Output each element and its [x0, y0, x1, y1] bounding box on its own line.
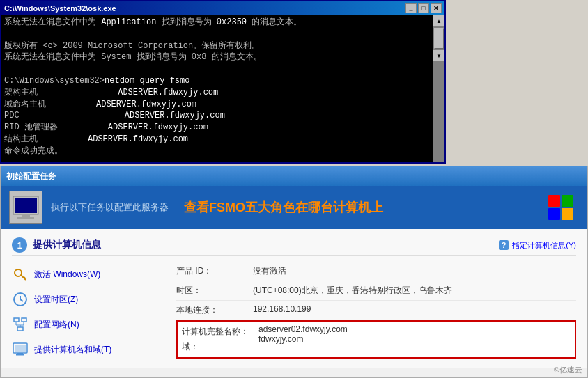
network-item[interactable]: 配置网络(N) [12, 312, 151, 337]
timezone-info-value: (UTC+08:00)北京，重庆，香港特别行政区，乌鲁木齐 [253, 285, 452, 297]
config-items-container: 激活 Windows(W) 设置时区(Z) [12, 262, 576, 362]
svg-rect-3 [17, 217, 34, 219]
cmd-line-9: PDC ADSERVER.fdwxyjy.com [4, 110, 442, 122]
config-header-icon [9, 191, 42, 224]
watermark: ©亿速云 [554, 365, 582, 375]
cmd-line-5 [4, 63, 442, 75]
scroll-thumb[interactable] [434, 28, 444, 49]
section-action-link[interactable]: ? 指定计算机信息(Y) [498, 239, 576, 251]
network-label: 配置网络(N) [34, 319, 79, 331]
cmd-line-7: 架构主机 ADSERVER.fdwxyjy.com [4, 87, 442, 99]
clock-icon [12, 291, 29, 308]
config-body: 1 提供计算机信息 ? 指定计算机信息(Y) [1, 229, 587, 368]
svg-line-11 [20, 299, 23, 301]
cmd-scrollbar[interactable]: ▲ ▼ [433, 15, 444, 162]
svg-rect-21 [17, 353, 23, 354]
timezone-label: 设置时区(Z) [34, 294, 78, 306]
scroll-up-button[interactable]: ▲ [433, 15, 444, 26]
computer-domain-values: adserver02.fdwxyjy.com fdwxyjy.com [258, 324, 348, 344]
cmd-line-10: RID 池管理器 ADSERVER.fdwxyjy.com [4, 122, 442, 134]
svg-text:?: ? [502, 241, 506, 249]
computer-name-label: 提供计算机名和域(T) [34, 344, 111, 356]
section-number: 1 [12, 237, 27, 253]
windows-logo [548, 195, 573, 220]
local-connection-label: 本地连接： [176, 304, 253, 316]
svg-rect-22 [16, 354, 24, 356]
cmd-line-4: 系统无法在消息文件中为 System 找到消息号为 0x8 的消息文本。 [4, 52, 442, 63]
cmd-line-6: C:\Windows\system32>netdom query fsmo [4, 75, 442, 87]
computer-domain-row: 计算机完整名称：域： adserver02.fdwxyjy.com fdwxyj… [176, 320, 576, 359]
computer-name-item[interactable]: 提供计算机名和域(T) [12, 337, 151, 362]
config-section-title: 1 提供计算机信息 ? 指定计算机信息(Y) [12, 235, 576, 256]
section-title-left: 1 提供计算机信息 [12, 237, 101, 253]
config-items-right: 产品 ID： 没有激活 时区： (UTC+08:00)北京，重庆，香港特别行政区… [162, 262, 576, 362]
timezone-row: 时区： (UTC+08:00)北京，重庆，香港特别行政区，乌鲁木齐 [176, 281, 576, 301]
timezone-item[interactable]: 设置时区(Z) [12, 287, 151, 312]
activate-windows-label: 激活 Windows(W) [34, 269, 100, 281]
cmd-window: C:\Windows\System32\osk.exe _ □ ✕ 系统无法在消… [0, 0, 446, 164]
scroll-down-button[interactable]: ▼ [433, 50, 444, 61]
config-header-description: 执行以下任务以配置此服务器 [51, 201, 169, 214]
cmd-title: C:\Windows\System32\osk.exe [4, 4, 116, 13]
cmd-line-11: 结构主机 ADSERVER.fdwxyjy.com [4, 134, 442, 145]
svg-rect-20 [15, 345, 26, 352]
local-connection-value: 192.168.10.199 [253, 304, 311, 314]
computer-icon [12, 341, 29, 358]
config-header: 执行以下任务以配置此服务器 查看FSMO五大角色在哪台计算机上 [1, 186, 587, 229]
info-icon: ? [498, 239, 509, 251]
svg-rect-1 [15, 198, 37, 213]
svg-rect-2 [22, 214, 30, 217]
computer-fullname-value: adserver02.fdwxyjy.com [258, 324, 348, 334]
config-titlebar: 初始配置任务 [1, 166, 587, 186]
action-label: 指定计算机信息(Y) [512, 240, 576, 251]
cmd-titlebar: C:\Windows\System32\osk.exe _ □ ✕ [1, 1, 444, 15]
local-connection-row: 本地连接： 192.168.10.199 [176, 301, 576, 320]
config-window: 初始配置任务 执行以下任务以配置此服务器 查看FSMO五大角色在哪台计算机上 [0, 166, 588, 378]
config-title: 初始配置任务 [6, 171, 56, 182]
cmd-content: 系统无法在消息文件中为 Application 找到消息号为 0x2350 的消… [1, 15, 444, 162]
cmd-line-12: 命令成功完成。 [4, 145, 442, 157]
key-icon [12, 266, 29, 283]
cmd-line-2 [4, 29, 442, 40]
svg-rect-12 [14, 318, 19, 322]
cmd-line-3: 版权所有 <c> 2009 Microsoft Corporation。保留所有… [4, 40, 442, 52]
maximize-button[interactable]: □ [418, 3, 429, 13]
product-id-value: 没有激活 [253, 265, 286, 277]
svg-rect-13 [22, 318, 26, 322]
section-label: 提供计算机信息 [33, 239, 101, 251]
product-id-label: 产品 ID： [176, 265, 253, 277]
minimize-button[interactable]: _ [405, 3, 417, 13]
config-header-highlight: 查看FSMO五大角色在哪台计算机上 [184, 199, 383, 216]
activate-windows-item[interactable]: 激活 Windows(W) [12, 262, 151, 287]
close-button[interactable]: ✕ [431, 3, 442, 13]
network-icon [12, 316, 29, 333]
computer-domain-label: 计算机完整名称：域： [182, 324, 258, 354]
svg-rect-14 [17, 327, 23, 331]
cmd-controls[interactable]: _ □ ✕ [405, 3, 442, 13]
domain-value: fdwxyjy.com [258, 334, 348, 344]
product-id-row: 产品 ID： 没有激活 [176, 262, 576, 281]
cmd-line-1: 系统无法在消息文件中为 Application 找到消息号为 0x2350 的消… [4, 17, 442, 29]
cmd-line-8: 域命名主机 ADSERVER.fdwxyjy.com [4, 99, 442, 111]
timezone-info-label: 时区： [176, 285, 253, 297]
config-items-left: 激活 Windows(W) 设置时区(Z) [12, 262, 151, 362]
